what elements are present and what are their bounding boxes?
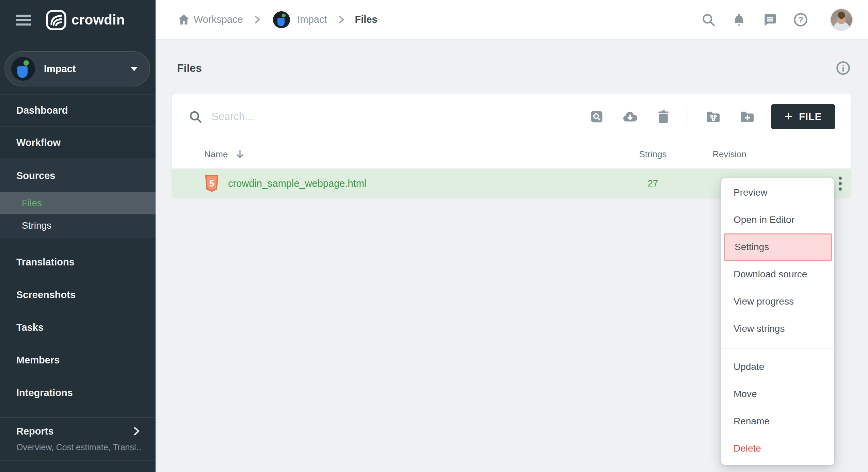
sidebar-header: crowdin <box>0 0 156 40</box>
menu-item-download-source[interactable]: Download source <box>721 261 834 288</box>
reports-description: Overview, Cost estimate, Transl… <box>16 442 142 452</box>
menu-item-delete[interactable]: Delete <box>721 435 834 462</box>
file-name-link[interactable]: crowdin_sample_webpage.html <box>228 178 366 189</box>
reports-label: Reports <box>16 426 54 437</box>
branch-folder-icon[interactable] <box>705 109 721 125</box>
html5-file-icon: 5 <box>204 175 219 192</box>
sidebar-item-integrations[interactable]: Integrations <box>0 376 156 409</box>
breadcrumb-project-avatar <box>273 11 290 28</box>
menu-item-settings[interactable]: Settings <box>724 233 832 261</box>
breadcrumb-current: Files <box>355 14 377 25</box>
file-context-menu: Preview Open in Editor Settings Download… <box>721 178 834 465</box>
menu-item-view-strings[interactable]: View strings <box>721 315 834 342</box>
sidebar-item-workflow[interactable]: Workflow <box>0 127 156 159</box>
page-header: Files <box>156 40 868 76</box>
new-folder-icon[interactable] <box>739 109 755 125</box>
topbar: Workspace Impact Files ? <box>156 0 868 40</box>
crowdin-logo-icon <box>46 10 67 31</box>
sidebar-item-reports[interactable]: Reports Overview, Cost estimate, Transl… <box>0 417 156 461</box>
chevron-right-icon <box>130 425 142 437</box>
notifications-bell-icon[interactable] <box>732 12 746 27</box>
svg-text:?: ? <box>798 15 803 24</box>
app-screen: crowdin Impact Dashboard Workflow Source… <box>0 0 868 472</box>
strings-count[interactable]: 27 <box>619 178 687 189</box>
column-header-strings: Strings <box>619 149 687 160</box>
sidebar-item-dashboard[interactable]: Dashboard <box>0 94 156 127</box>
column-name-label: Name <box>204 149 228 160</box>
search-field <box>188 110 572 124</box>
crowdin-wordmark: crowdin <box>71 12 125 28</box>
project-avatar <box>11 57 35 81</box>
search-input[interactable] <box>211 111 416 123</box>
search-icon <box>188 110 203 124</box>
toolbar-divider <box>687 106 687 127</box>
crowdin-logo[interactable]: crowdin <box>46 10 125 31</box>
page-title: Files <box>177 62 202 75</box>
sidebar-item-members[interactable]: Members <box>0 344 156 376</box>
file-name-cell: 5 crowdin_sample_webpage.html <box>172 175 619 192</box>
toolbar-actions: + FILE <box>572 104 835 129</box>
user-avatar[interactable] <box>830 9 853 31</box>
menu-item-rename[interactable]: Rename <box>721 408 834 435</box>
sidebar-item-sources[interactable]: Sources <box>0 159 156 192</box>
breadcrumb: Workspace Impact Files <box>177 11 701 28</box>
row-kebab-menu[interactable] <box>837 175 844 193</box>
topbar-icons: ? <box>701 9 853 31</box>
chevron-right-icon <box>336 15 346 25</box>
menu-item-preview[interactable]: Preview <box>721 179 834 206</box>
sidebar-group-sources: Sources Files Strings <box>0 159 156 238</box>
chevron-right-icon <box>252 15 262 25</box>
sidebar-nav-rest: Translations Screenshots Tasks Members I… <box>0 238 156 409</box>
add-file-button[interactable]: + FILE <box>771 104 835 129</box>
menu-item-open-in-editor[interactable]: Open in Editor <box>721 206 834 233</box>
menu-item-view-progress[interactable]: View progress <box>721 288 834 315</box>
sidebar-item-strings[interactable]: Strings <box>0 214 156 237</box>
table-header: Name Strings Revision <box>172 140 851 169</box>
menu-item-update[interactable]: Update <box>721 353 834 380</box>
menu-item-move[interactable]: Move <box>721 380 834 408</box>
column-header-revision: Revision <box>687 149 772 160</box>
search-icon[interactable] <box>701 12 716 27</box>
sidebar-item-translations[interactable]: Translations <box>0 246 156 278</box>
sort-down-icon <box>234 148 246 160</box>
sidebar-item-tasks[interactable]: Tasks <box>0 311 156 344</box>
delete-trash-icon[interactable] <box>656 109 671 124</box>
help-icon[interactable]: ? <box>793 12 808 28</box>
svg-text:5: 5 <box>209 178 214 189</box>
info-icon[interactable] <box>835 60 851 76</box>
chevron-down-icon <box>130 67 138 71</box>
sidebar-nav: Dashboard Workflow Sources Files Strings… <box>0 94 156 461</box>
download-translations-icon[interactable] <box>622 109 638 125</box>
messages-chat-icon[interactable] <box>762 12 777 27</box>
project-selector[interactable]: Impact <box>4 51 150 86</box>
file-search-icon[interactable] <box>589 109 604 124</box>
sidebar: crowdin Impact Dashboard Workflow Source… <box>0 0 156 472</box>
sidebar-item-screenshots[interactable]: Screenshots <box>0 278 156 311</box>
breadcrumb-workspace[interactable]: Workspace <box>194 14 243 25</box>
menu-divider <box>721 348 834 348</box>
breadcrumb-project[interactable]: Impact <box>298 14 327 25</box>
project-name: Impact <box>44 63 130 75</box>
column-header-name[interactable]: Name <box>172 148 619 160</box>
home-icon[interactable] <box>177 13 191 27</box>
add-file-button-label: FILE <box>799 111 822 123</box>
hamburger-menu-icon[interactable] <box>16 15 31 26</box>
sidebar-item-files[interactable]: Files <box>0 192 156 214</box>
files-toolbar: + FILE <box>172 94 851 140</box>
